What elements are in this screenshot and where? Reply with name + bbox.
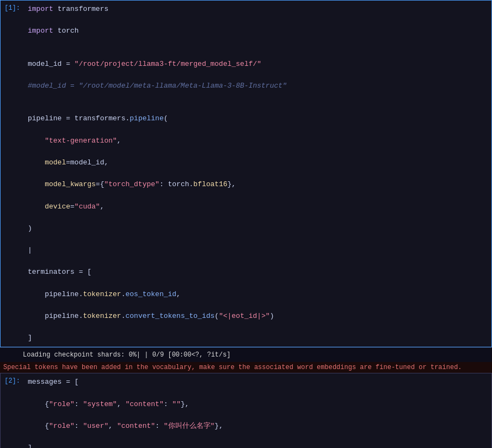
notebook-container: [1]: import transformers import torch mo… <box>0 0 492 448</box>
cell-2-code: messages = [ {"role": "system", "content… <box>28 377 487 448</box>
cell-2-content[interactable]: messages = [ {"role": "system", "content… <box>23 373 491 448</box>
cell-1-code: import transformers import torch model_i… <box>28 4 487 343</box>
cell-1[interactable]: [1]: import transformers import torch mo… <box>0 0 492 347</box>
cell-2-label: [2]: <box>1 373 23 448</box>
cell-1-warning: Special tokens have been added in the vo… <box>0 362 492 373</box>
cell-1-label: [1]: <box>1 1 23 347</box>
cell-2[interactable]: [2]: messages = [ {"role": "system", "co… <box>0 373 492 448</box>
notebook-body: [1]: import transformers import torch mo… <box>0 0 492 448</box>
cell-1-content[interactable]: import transformers import torch model_i… <box>23 1 491 347</box>
cell-1-progress: Loading checkpoint shards: 0%| | 0/9 [00… <box>23 350 488 360</box>
cell-1-output: Loading checkpoint shards: 0%| | 0/9 [00… <box>0 347 492 362</box>
